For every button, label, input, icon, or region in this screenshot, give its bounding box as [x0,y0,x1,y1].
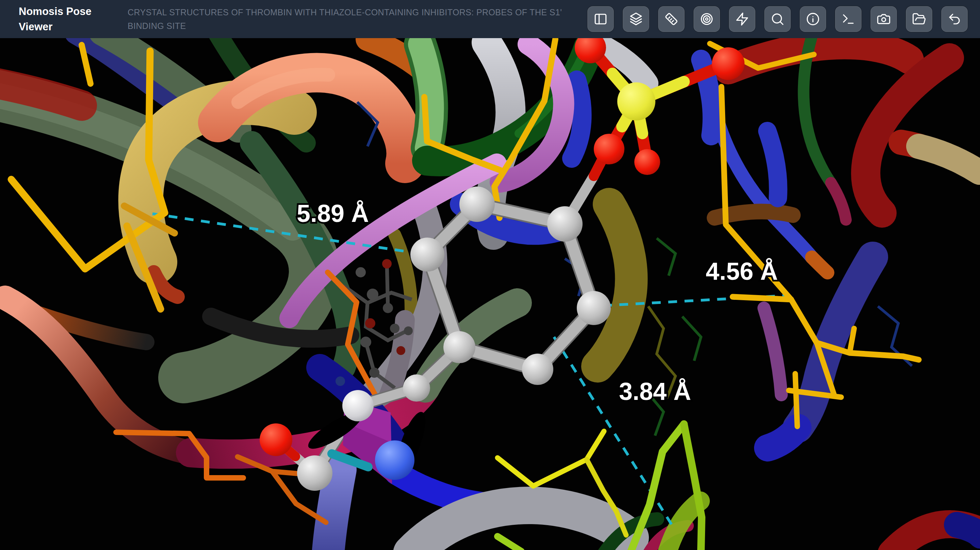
toolbar-button-search[interactable] [764,6,791,32]
layers-icon [629,12,643,26]
toolbar-button-info[interactable] [800,6,826,32]
app-title-line1: Nomosis Pose [19,4,127,19]
toolbar [587,6,968,32]
toolbar-button-lightning[interactable] [729,6,756,32]
app-title: Nomosis Pose Viewer [19,4,127,34]
toolbar-button-ruler[interactable] [658,6,685,32]
search-icon [770,12,785,26]
oxygen-atom [259,423,292,456]
toolbar-button-target[interactable] [694,6,720,32]
target-icon [700,12,714,26]
sulfur-atom [617,82,655,121]
toolbar-button-panel-left[interactable] [587,6,614,32]
terminal-icon [841,12,856,26]
app-title-line2: Viewer [19,19,127,34]
lightning-icon [735,12,749,26]
info-icon [806,12,820,26]
folder-open-icon [912,12,926,26]
undo-icon [947,12,962,26]
viewport-3d[interactable]: 5.89 Å 4.56 Å 3.84 Å [0,0,980,550]
toolbar-button-folder-open[interactable] [906,6,932,32]
oxygen-atom [634,149,660,175]
header-bar: Nomosis Pose Viewer CRYSTAL STRUCTURES O… [0,0,980,38]
toolbar-button-camera[interactable] [870,6,897,32]
measurement-label-3: 3.84 Å [619,378,691,405]
toolbar-button-layers[interactable] [623,6,649,32]
toolbar-button-terminal[interactable] [835,6,862,32]
measurement-label-1: 5.89 Å [297,200,369,227]
measurement-label-2: 4.56 Å [706,258,778,285]
camera-icon [877,12,891,26]
nitrogen-atom [375,440,414,480]
panel-left-icon [593,12,608,26]
ruler-icon [664,12,679,26]
structure-title-line2: BINDING SITE [127,19,562,33]
oxygen-atom [712,47,745,80]
oxygen-atom [594,134,624,164]
app-window: 5.89 Å 4.56 Å 3.84 Å Nomosis Pose Viewer… [0,0,980,550]
structure-title: CRYSTAL STRUCTURES OF THROMBIN WITH THIA… [127,5,562,33]
toolbar-button-undo[interactable] [941,6,968,32]
structure-title-line1: CRYSTAL STRUCTURES OF THROMBIN WITH THIA… [127,5,562,19]
